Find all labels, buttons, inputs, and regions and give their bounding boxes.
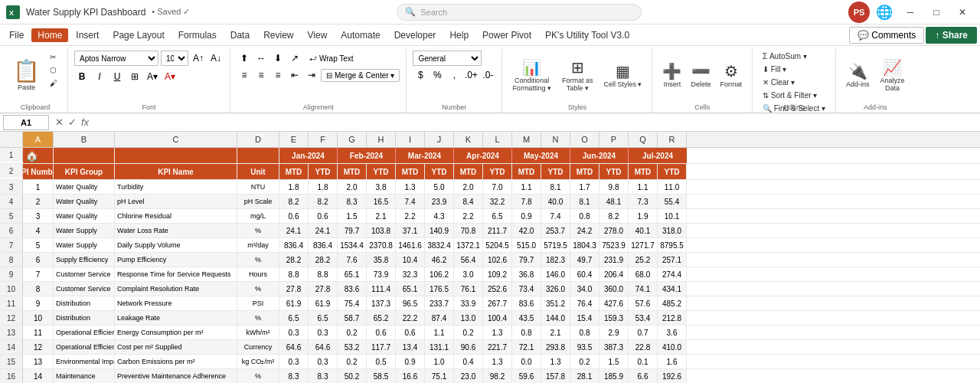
cell-val-3[interactable]: 103.8 — [367, 224, 396, 237]
underline-button[interactable]: U — [109, 69, 125, 84]
cell-kpi-num[interactable]: 12 — [23, 340, 54, 354]
cell-val-4[interactable]: 1461.6 — [396, 238, 425, 252]
table-row[interactable]: 11 9 Distribution Network Pressure PSI 6… — [0, 296, 980, 311]
cell-kpi-group[interactable]: Environmental Impact — [54, 355, 115, 368]
cell-val-3[interactable]: 16.5 — [367, 195, 396, 208]
col-header-r[interactable]: R — [658, 132, 687, 147]
cell-val-7[interactable]: 211.7 — [483, 224, 512, 237]
cell-val-1[interactable]: 64.6 — [309, 340, 338, 354]
cell-kpi-group[interactable]: Water Quality — [54, 180, 115, 194]
col-header-n[interactable]: N — [541, 132, 570, 147]
search-box[interactable]: 🔍 Search — [397, 4, 642, 21]
cell-val-12[interactable]: 40.1 — [629, 224, 658, 237]
cell-unit[interactable]: % — [237, 253, 279, 267]
cell-val-1[interactable]: 24.1 — [309, 224, 338, 237]
cell-kpi-name[interactable]: Chlorine Residual — [115, 209, 237, 223]
cell-val-11[interactable]: 185.9 — [599, 369, 629, 383]
add-ins-button[interactable]: 🔌 Add-ins — [842, 54, 874, 97]
cell-val-7[interactable]: 100.4 — [483, 311, 512, 325]
cell-val-7[interactable]: 221.7 — [483, 340, 512, 354]
cell-val-0[interactable]: 0.3 — [279, 355, 309, 368]
cell-val-13[interactable]: 485.2 — [658, 296, 687, 310]
table-row[interactable]: 4 2 Water Quality pH Level pH Scale 8.28… — [0, 195, 980, 209]
cell-val-7[interactable]: 1.3 — [483, 355, 512, 368]
align-right-btn[interactable]: ≡ — [270, 67, 286, 83]
cell-kpi-name[interactable]: Turbidity — [115, 180, 237, 194]
cell-kpi-group[interactable]: Operational Efficiency — [54, 340, 115, 354]
cell-val-6[interactable]: 56.4 — [454, 253, 483, 267]
cell-val-8[interactable]: 0.8 — [512, 326, 541, 339]
format-painter-button[interactable]: 🖌 — [46, 77, 61, 89]
cell-val-10[interactable]: 0.8 — [570, 326, 599, 339]
angle-text-btn[interactable]: ↗ — [287, 51, 302, 66]
copy-button[interactable]: ⬡ — [46, 64, 61, 76]
globe-icon[interactable]: 🌐 — [876, 4, 893, 21]
merge-center-button[interactable]: ⊟ Merge & Center ▾ — [321, 69, 400, 82]
cell-unit[interactable]: kg CO₂/m² — [237, 355, 279, 368]
cell-val-11[interactable]: 360.0 — [599, 282, 629, 296]
cell-val-1[interactable]: 28.2 — [309, 253, 338, 267]
cell-val-4[interactable]: 32.3 — [396, 267, 425, 281]
cell-val-11[interactable]: 206.4 — [599, 267, 629, 281]
cell-val-0[interactable]: 27.8 — [279, 282, 309, 296]
cell-val-3[interactable]: 58.5 — [367, 369, 396, 383]
cell-kpi-group[interactable]: Water Supply — [54, 224, 115, 237]
cell-val-12[interactable]: 6.6 — [629, 369, 658, 383]
cell-val-3[interactable]: 73.9 — [367, 267, 396, 281]
cell-kpi-name[interactable]: Response Time for Service Requests — [115, 267, 237, 281]
col-header-d[interactable]: D — [237, 132, 279, 147]
cell-val-10[interactable]: 28.1 — [570, 369, 599, 383]
cell-val-10[interactable]: 0.2 — [570, 355, 599, 368]
col-header-m[interactable]: M — [512, 132, 541, 147]
cell-val-13[interactable]: 257.1 — [658, 253, 687, 267]
cell-val-13[interactable]: 318.0 — [658, 224, 687, 237]
fill-color-button[interactable]: A▾ — [145, 69, 160, 84]
menu-help[interactable]: Help — [443, 28, 475, 42]
cell-val-2[interactable]: 65.1 — [338, 267, 367, 281]
cell-kpi-name[interactable]: Carbon Emissions per m² — [115, 355, 237, 368]
cell-val-5[interactable]: 3832.4 — [425, 238, 454, 252]
cell-val-12[interactable]: 74.1 — [629, 282, 658, 296]
cell-val-12[interactable]: 7.3 — [629, 195, 658, 208]
cell-val-13[interactable]: 192.6 — [658, 369, 687, 383]
cell-val-13[interactable]: 410.0 — [658, 340, 687, 354]
decrease-decimal-btn[interactable]: .0- — [480, 67, 495, 83]
cell-unit[interactable]: NTU — [237, 180, 279, 194]
cell-val-2[interactable]: 0.2 — [338, 326, 367, 339]
cell-val-9[interactable]: 326.0 — [541, 282, 570, 296]
cell-val-12[interactable]: 57.6 — [629, 296, 658, 310]
profile-avatar[interactable]: PS — [848, 2, 870, 23]
menu-power-pivot[interactable]: Power Pivot — [476, 28, 537, 42]
cell-val-10[interactable]: 76.4 — [570, 296, 599, 310]
cell-val-6[interactable]: 13.0 — [454, 311, 483, 325]
align-center-btn[interactable]: ≡ — [253, 67, 269, 83]
cell-val-3[interactable]: 2370.8 — [367, 238, 396, 252]
cell-val-4[interactable]: 2.2 — [396, 209, 425, 223]
cell-val-13[interactable]: 10.1 — [658, 209, 687, 223]
cell-kpi-num[interactable]: 5 — [23, 238, 54, 252]
col-header-b[interactable]: B — [54, 132, 115, 147]
cell-val-7[interactable]: 98.2 — [483, 369, 512, 383]
cell-val-7[interactable]: 5204.5 — [483, 238, 512, 252]
cell-kpi-name[interactable]: Energy Consumption per m² — [115, 326, 237, 339]
share-button[interactable]: ↑ Share — [926, 27, 977, 44]
cell-val-7[interactable]: 267.7 — [483, 296, 512, 310]
format-as-table-button[interactable]: ⊞ Format asTable ▾ — [558, 54, 597, 97]
cell-val-11[interactable]: 8.2 — [599, 209, 629, 223]
menu-developer[interactable]: Developer — [388, 28, 443, 42]
cell-val-3[interactable]: 35.8 — [367, 253, 396, 267]
cell-kpi-group[interactable]: Customer Service — [54, 267, 115, 281]
cell-kpi-name[interactable]: Cost per m² Supplied — [115, 340, 237, 354]
menu-data[interactable]: Data — [224, 28, 256, 42]
table-row[interactable]: 13 11 Operational Efficiency Energy Cons… — [0, 326, 980, 340]
cell-kpi-name[interactable]: pH Level — [115, 195, 237, 208]
cell-val-8[interactable]: 1.1 — [512, 180, 541, 194]
cell-val-2[interactable]: 79.7 — [338, 224, 367, 237]
cell-val-9[interactable]: 2.1 — [541, 326, 570, 339]
cell-val-7[interactable]: 1.3 — [483, 326, 512, 339]
cell-kpi-num[interactable]: 13 — [23, 355, 54, 368]
cell-val-6[interactable]: 0.2 — [454, 326, 483, 339]
col-header-a[interactable]: A — [23, 132, 54, 147]
cell-val-7[interactable]: 102.6 — [483, 253, 512, 267]
cell-val-7[interactable]: 109.2 — [483, 267, 512, 281]
